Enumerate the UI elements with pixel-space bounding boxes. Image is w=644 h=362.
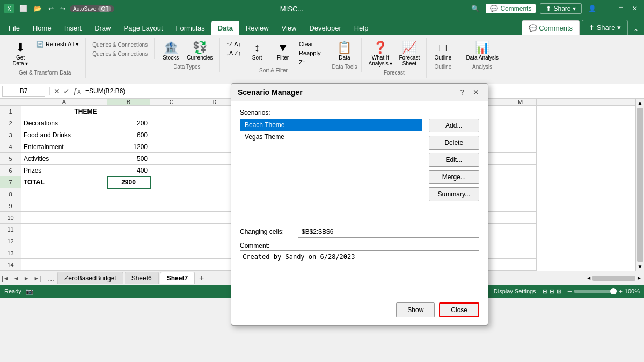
close-btn[interactable]: ✕ (630, 4, 640, 13)
cell-c4[interactable] (150, 141, 193, 153)
summary-scenario-btn[interactable]: Summary... (429, 187, 479, 201)
add-sheet-btn[interactable]: + (196, 274, 207, 283)
comment-textarea[interactable]: Created by Sandy on 6/28/2023 (240, 250, 479, 293)
cell-a4[interactable]: Entertainment (21, 141, 107, 153)
cell-a7[interactable]: TOTAL (21, 176, 107, 188)
zoom-slider[interactable] (574, 290, 617, 293)
data-validation-btn[interactable]: 📋 Data (333, 40, 356, 63)
page-layout-btn[interactable]: ⊟ (550, 288, 554, 295)
cell-d3[interactable] (193, 129, 236, 141)
display-settings[interactable]: Display Settings (494, 288, 536, 294)
currencies-btn[interactable]: 💱 Currencies (185, 40, 215, 63)
cell-b2[interactable]: 200 (107, 117, 150, 129)
comments-ribbon-btn[interactable]: 💬 Comments (522, 20, 580, 35)
cell-c3[interactable] (150, 129, 193, 141)
cell-b5[interactable]: 500 (107, 153, 150, 165)
scroll-thumb-h[interactable] (592, 276, 635, 281)
refresh-all-btn[interactable]: 🔄 Refresh All ▾ (34, 40, 81, 49)
sort-az-btn[interactable]: ↑Z A↓ (224, 40, 244, 48)
dialog-close-x-btn[interactable]: ✕ (471, 88, 481, 97)
cell-m4[interactable] (504, 141, 537, 153)
cell-d2[interactable] (193, 117, 236, 129)
confirm-formula-icon[interactable]: ✓ (63, 87, 70, 95)
tab-developer[interactable]: Developer (303, 21, 347, 35)
cell-a5[interactable]: Activities (21, 153, 107, 165)
cell-m1[interactable] (504, 106, 537, 117)
sheet-nav-first[interactable]: |◄ (0, 274, 11, 283)
scenario-item-beach[interactable]: Beach Theme (240, 119, 422, 131)
cell-a1[interactable]: THEME (21, 106, 150, 117)
get-data-btn[interactable]: ⬇ GetData ▾ (9, 40, 32, 69)
merge-scenario-btn[interactable]: Merge... (429, 170, 479, 184)
ribbon-collapse-btn[interactable]: ⌃ (628, 28, 644, 35)
cell-c5[interactable] (150, 153, 193, 165)
sort-btn[interactable]: ↕ Sort (245, 40, 269, 63)
close-dialog-btn[interactable]: Close (439, 302, 479, 317)
sort-za-btn[interactable]: ↓A Z↑ (224, 49, 244, 57)
sheet-nav-next[interactable]: ► (22, 274, 31, 283)
reapply-btn[interactable]: Reapply (297, 49, 323, 57)
delete-scenario-btn[interactable]: Delete (429, 136, 479, 150)
tab-file[interactable]: File (2, 21, 26, 35)
scroll-down-btn[interactable]: ▼ (636, 263, 644, 271)
sheet-nav-last[interactable]: ►| (32, 274, 43, 283)
scenario-item-vegas[interactable]: Vegas Theme (240, 131, 422, 143)
col-header-a[interactable]: A (21, 99, 107, 105)
scroll-left-btn[interactable]: ◄ (586, 275, 591, 281)
tab-page-layout[interactable]: Page Layout (118, 21, 170, 35)
cell-b6[interactable]: 400 (107, 165, 150, 176)
sheet-tab-sheet7[interactable]: Sheet7 (160, 272, 195, 284)
cell-m2[interactable] (504, 117, 537, 129)
name-box[interactable] (2, 86, 45, 97)
scroll-up-btn[interactable]: ▲ (636, 99, 644, 107)
cancel-formula-icon[interactable]: ✕ (54, 87, 60, 95)
insert-function-icon[interactable]: ƒx (73, 87, 81, 95)
changing-cells-input[interactable] (298, 226, 479, 238)
cell-m7[interactable] (504, 176, 537, 188)
advanced-btn[interactable]: Z↑ (297, 58, 323, 67)
dialog-help-btn[interactable]: ? (458, 88, 466, 97)
cell-m3[interactable] (504, 129, 537, 141)
cell-d7[interactable] (193, 176, 236, 188)
cell-b7[interactable]: 2900 (107, 176, 150, 188)
page-break-btn[interactable]: ⊠ (557, 288, 561, 295)
show-scenario-btn[interactable]: Show (396, 302, 435, 317)
cell-m5[interactable] (504, 153, 537, 165)
filter-btn[interactable]: ▼ Filter (271, 40, 295, 63)
cell-d4[interactable] (193, 141, 236, 153)
cell-b8[interactable] (107, 188, 150, 200)
col-header-c[interactable]: C (150, 99, 193, 105)
cell-a3[interactable]: Food and Drinks (21, 129, 107, 141)
tab-view[interactable]: View (275, 21, 303, 35)
ellipsis-tab-btn[interactable]: ... (45, 274, 57, 283)
open-btn[interactable]: 📂 (32, 4, 44, 13)
cell-d5[interactable] (193, 153, 236, 165)
comments-btn[interactable]: 💬 Comments (486, 4, 536, 13)
add-scenario-btn[interactable]: Add... (429, 119, 479, 132)
tab-insert[interactable]: Insert (58, 21, 89, 35)
cell-c7[interactable] (150, 176, 193, 188)
tab-home[interactable]: Home (26, 21, 58, 35)
tab-help[interactable]: Help (348, 21, 375, 35)
col-header-d[interactable]: D (193, 99, 236, 105)
stocks-btn[interactable]: 🏦 Stocks (159, 40, 182, 63)
minimize-btn[interactable]: ─ (603, 4, 612, 13)
cell-c1[interactable] (150, 106, 193, 117)
sheet-tab-sheet6[interactable]: Sheet6 (125, 272, 159, 284)
forecast-sheet-btn[interactable]: 📈 ForecastSheet (397, 40, 422, 69)
sheet-tab-zero-based[interactable]: ZeroBasedBudget (57, 272, 123, 284)
user-icon[interactable]: 👤 (586, 4, 598, 13)
cell-a8[interactable] (21, 188, 107, 200)
data-analysis-btn[interactable]: 📊 Data Analysis (464, 40, 501, 63)
col-header-m[interactable]: M (504, 99, 537, 105)
outline-btn[interactable]: □ Outline (431, 40, 455, 63)
zoom-out-btn[interactable]: ─ (568, 288, 572, 294)
tab-data[interactable]: Data (211, 21, 239, 35)
new-btn[interactable]: ⬜ (17, 4, 30, 13)
tab-review[interactable]: Review (239, 21, 275, 35)
scenarios-list[interactable]: Beach Theme Vegas Theme (240, 119, 422, 220)
search-btn[interactable]: 🔍 (469, 4, 481, 13)
share-btn[interactable]: ⬆ Share ▾ (540, 3, 582, 14)
cell-d6[interactable] (193, 165, 236, 176)
undo-btn[interactable]: ↩ (46, 4, 56, 13)
